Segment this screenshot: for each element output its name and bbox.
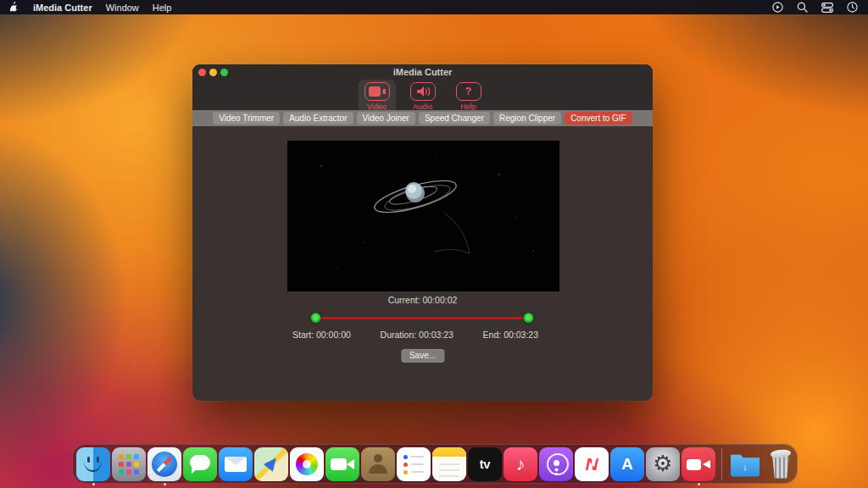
dock-maps-icon[interactable]: [254, 447, 288, 481]
running-indicator: [92, 483, 95, 485]
start-time-label: Start: 00:00:00: [292, 330, 351, 340]
tab-convert-to-gif[interactable]: Convert to GIF: [565, 112, 632, 125]
dock-separator: [721, 448, 722, 480]
toolbar-item-help[interactable]: ? Help: [450, 80, 487, 113]
dock-imedia-cutter-icon[interactable]: [682, 447, 715, 481]
dock-system-settings-icon[interactable]: ⚙: [646, 447, 680, 481]
dock-facetime-icon[interactable]: [326, 447, 359, 481]
dock-news-icon[interactable]: N: [575, 447, 609, 481]
slider-track[interactable]: [315, 317, 529, 319]
current-time-label: Current: 00:00:02: [192, 295, 653, 305]
clock-icon[interactable]: [847, 2, 858, 13]
end-time-label: End: 00:03:23: [483, 330, 538, 340]
dock-app-store-icon[interactable]: A: [610, 447, 644, 481]
toolbar-item-video[interactable]: Video: [359, 80, 396, 113]
desktop: iMedia Cutter Window Help iMedia Cutter: [0, 0, 868, 488]
menu-item-help[interactable]: Help: [153, 3, 172, 13]
save-button[interactable]: Save...: [401, 349, 444, 363]
dock: tv♪NA⚙↓: [72, 444, 798, 484]
dock-apple-tv-icon[interactable]: tv: [468, 447, 502, 481]
tab-audio-extractor[interactable]: Audio Extractor: [283, 112, 353, 125]
menu-bar: iMedia Cutter Window Help: [0, 0, 868, 14]
toolbar-item-audio[interactable]: Audio: [404, 80, 442, 113]
traffic-lights: [198, 69, 228, 76]
dock-music-icon[interactable]: ♪: [504, 447, 537, 481]
apple-menu-icon[interactable]: [10, 2, 19, 13]
tab-speed-changer[interactable]: Speed Changer: [419, 112, 490, 125]
running-indicator: [698, 483, 700, 485]
dock-reminders-icon[interactable]: [397, 447, 431, 481]
running-indicator: [164, 483, 166, 485]
dock-messages-icon[interactable]: [183, 447, 217, 481]
video-icon: [364, 82, 390, 101]
dock-downloads-icon[interactable]: ↓: [728, 447, 762, 481]
search-icon[interactable]: [797, 2, 808, 13]
menu-app-name[interactable]: iMedia Cutter: [33, 3, 92, 13]
menu-item-window[interactable]: Window: [106, 3, 139, 13]
tab-video-joiner[interactable]: Video Joiner: [357, 112, 415, 125]
imedia-cutter-window: iMedia Cutter Video Audio: [192, 64, 653, 401]
dock-finder-icon[interactable]: [76, 447, 110, 481]
dock-launchpad-icon[interactable]: [112, 447, 146, 481]
help-icon: ?: [456, 82, 481, 101]
window-titlebar: iMedia Cutter Video Audio: [192, 64, 653, 110]
window-title: iMedia Cutter: [192, 64, 653, 80]
tab-video-trimmer[interactable]: Video Trimmer: [213, 112, 280, 125]
dock-photos-icon[interactable]: [290, 447, 324, 481]
dock-safari-icon[interactable]: [147, 447, 181, 481]
start-handle[interactable]: [310, 313, 321, 324]
mode-tabstrip: Video Trimmer Audio Extractor Video Join…: [192, 110, 653, 126]
dock-notes-icon[interactable]: [432, 447, 466, 481]
audio-icon: [410, 82, 436, 101]
zoom-button[interactable]: [220, 69, 228, 76]
minimize-button[interactable]: [209, 69, 217, 76]
playback-icon[interactable]: [772, 2, 783, 13]
duration-label: Duration: 00:03:23: [381, 330, 453, 340]
dock-trash-icon[interactable]: [764, 447, 798, 481]
trim-range-slider[interactable]: [312, 313, 532, 324]
end-handle[interactable]: [523, 313, 534, 324]
dock-contacts-icon[interactable]: [361, 447, 395, 481]
toolbar: Video Audio ? Help: [192, 80, 653, 113]
close-button[interactable]: [198, 69, 206, 76]
control-center-icon[interactable]: [821, 3, 833, 13]
video-preview-frame: [287, 141, 559, 291]
dock-podcasts-icon[interactable]: [539, 447, 573, 481]
time-labels-row: Start: 00:00:00 Duration: 00:03:23 End: …: [292, 330, 538, 340]
tab-region-clipper[interactable]: Region Clipper: [493, 112, 561, 125]
planet-video-still: [287, 141, 559, 291]
dock-mail-icon[interactable]: [219, 447, 253, 481]
